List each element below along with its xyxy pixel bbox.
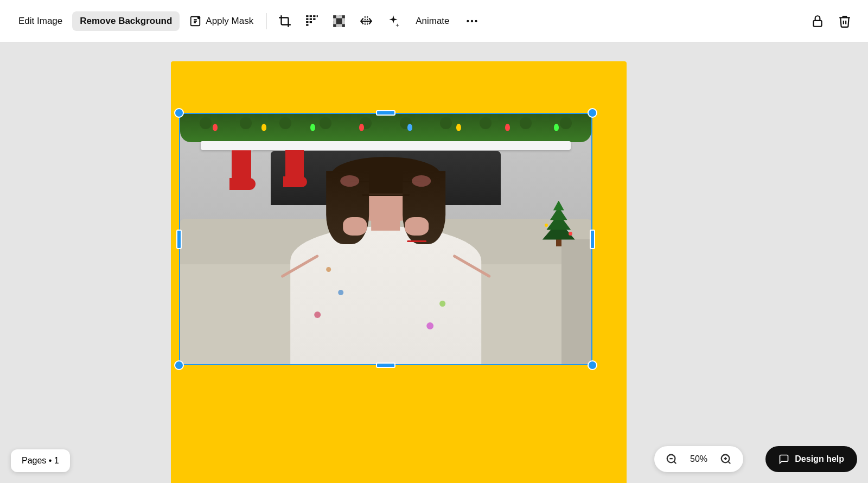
svg-rect-10 <box>310 21 312 23</box>
reflect-button[interactable] <box>354 10 379 33</box>
sparkle-icon <box>386 14 400 28</box>
zoom-in-button[interactable] <box>718 452 733 467</box>
lock-button[interactable] <box>805 10 830 33</box>
handle-top-right[interactable] <box>588 108 597 118</box>
zoom-value: 50% <box>688 454 710 464</box>
svg-point-1 <box>197 16 201 18</box>
svg-rect-8 <box>313 18 315 20</box>
crop-icon <box>278 14 292 28</box>
svg-rect-16 <box>333 15 336 18</box>
svg-rect-21 <box>336 24 339 27</box>
zoom-in-icon <box>720 453 732 465</box>
svg-rect-18 <box>339 15 342 18</box>
zoom-out-icon <box>666 453 678 465</box>
delete-icon <box>838 14 852 28</box>
svg-rect-5 <box>317 15 318 17</box>
lock-icon <box>810 14 825 28</box>
canvas-area: Pages • 1 50% Design help <box>0 42 868 483</box>
zoom-control: 50% <box>654 446 743 472</box>
svg-rect-19 <box>342 18 345 21</box>
delete-button[interactable] <box>832 10 857 33</box>
svg-rect-17 <box>336 18 339 21</box>
crop-button[interactable] <box>272 10 297 33</box>
reflect-icon <box>359 14 373 28</box>
mask-icon <box>189 15 201 27</box>
more-options-icon <box>465 14 479 28</box>
toolbar: Edit Image Remove Background Apply Mask <box>0 0 868 42</box>
sparkle-button[interactable] <box>381 10 406 33</box>
handle-bottom-middle[interactable] <box>376 363 395 368</box>
svg-rect-6 <box>306 18 308 20</box>
handle-top-left[interactable] <box>174 108 184 118</box>
svg-rect-9 <box>306 21 308 23</box>
zoom-out-button[interactable] <box>664 452 679 467</box>
svg-rect-20 <box>333 21 336 24</box>
svg-rect-4 <box>313 15 315 17</box>
handle-top-middle[interactable] <box>376 110 395 116</box>
svg-point-25 <box>470 20 473 22</box>
apply-mask-label: Apply Mask <box>206 16 253 27</box>
svg-rect-2 <box>306 15 308 17</box>
checker-icon <box>332 14 346 28</box>
edit-image-button[interactable]: Edit Image <box>11 11 70 31</box>
chat-icon <box>778 454 789 465</box>
handle-bottom-left[interactable] <box>174 360 184 370</box>
handle-bottom-right[interactable] <box>588 360 597 370</box>
handle-middle-right[interactable] <box>590 230 595 249</box>
svg-rect-22 <box>339 21 342 24</box>
svg-rect-23 <box>342 24 345 27</box>
svg-rect-27 <box>813 20 821 26</box>
svg-rect-3 <box>310 15 312 17</box>
apply-mask-button[interactable]: Apply Mask <box>182 11 261 31</box>
svg-line-29 <box>674 461 676 463</box>
svg-point-26 <box>475 20 477 22</box>
remove-background-button[interactable]: Remove Background <box>72 11 180 31</box>
svg-point-24 <box>467 20 469 22</box>
grid-icon <box>305 14 319 28</box>
design-help-button[interactable]: Design help <box>765 446 857 472</box>
svg-rect-11 <box>306 24 308 26</box>
image-container[interactable] <box>179 113 592 365</box>
more-options-button[interactable] <box>459 10 484 33</box>
handle-middle-left[interactable] <box>176 230 182 249</box>
svg-line-32 <box>728 461 730 463</box>
pages-button[interactable]: Pages • 1 <box>11 449 70 472</box>
design-help-label: Design help <box>795 454 844 464</box>
svg-rect-7 <box>310 18 312 20</box>
main-image <box>179 113 592 365</box>
grid-button[interactable] <box>299 10 324 33</box>
animate-button[interactable]: Animate <box>408 11 457 31</box>
separator-1 <box>266 13 267 29</box>
checker-button[interactable] <box>327 10 352 33</box>
